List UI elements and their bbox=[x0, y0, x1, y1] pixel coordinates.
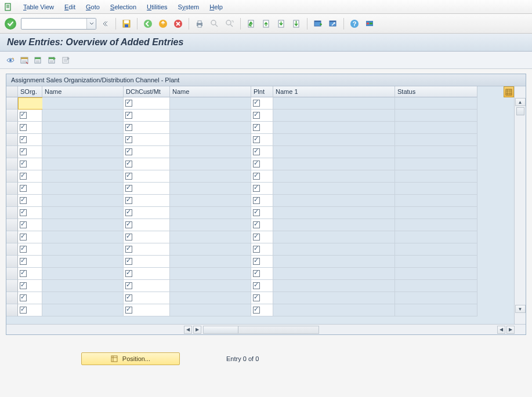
vertical-scrollbar[interactable]: ▲ ▼ bbox=[514, 86, 526, 324]
cell-plnt[interactable] bbox=[251, 158, 273, 170]
checkbox-icon[interactable] bbox=[125, 161, 132, 167]
cell-plnt[interactable] bbox=[251, 110, 273, 122]
row-selector[interactable] bbox=[6, 243, 18, 256]
config-button[interactable] bbox=[60, 54, 72, 66]
cell-sorg[interactable] bbox=[18, 97, 42, 110]
checkbox-icon[interactable] bbox=[253, 136, 260, 143]
menu-system[interactable]: System bbox=[173, 2, 204, 12]
hscroll-thumb[interactable] bbox=[204, 326, 238, 333]
cell-plnt[interactable] bbox=[251, 268, 273, 280]
deselect-all-button[interactable] bbox=[46, 54, 58, 66]
row-selector[interactable] bbox=[6, 268, 18, 280]
checkbox-icon[interactable] bbox=[125, 282, 132, 289]
select-block-button[interactable] bbox=[32, 54, 44, 66]
row-selector[interactable] bbox=[6, 304, 18, 316]
checkbox-icon[interactable] bbox=[125, 173, 132, 180]
checkbox-icon[interactable] bbox=[20, 173, 27, 180]
cell-plnt[interactable] bbox=[251, 243, 273, 256]
cell-dch[interactable] bbox=[124, 170, 170, 183]
checkbox-icon[interactable] bbox=[125, 221, 132, 228]
col-name2[interactable]: Name bbox=[170, 86, 251, 97]
row-selector[interactable] bbox=[6, 219, 18, 231]
checkbox-icon[interactable] bbox=[20, 197, 27, 204]
col-status[interactable]: Status bbox=[395, 86, 477, 97]
horizontal-scrollbar[interactable]: ◀ ▶ ◀ ▶ bbox=[6, 324, 526, 334]
row-selector[interactable] bbox=[6, 231, 18, 243]
cell-plnt[interactable] bbox=[251, 304, 273, 316]
checkbox-icon[interactable] bbox=[125, 258, 132, 265]
checkbox-icon[interactable] bbox=[125, 307, 132, 314]
row-selector[interactable] bbox=[6, 292, 18, 304]
table-settings-button[interactable] bbox=[504, 86, 514, 97]
cell-sorg[interactable] bbox=[18, 243, 42, 256]
row-selector[interactable] bbox=[6, 170, 18, 183]
cell-dch[interactable] bbox=[124, 158, 170, 170]
find-next-button[interactable] bbox=[223, 17, 236, 30]
menu-edit[interactable]: Edit bbox=[60, 2, 80, 12]
checkbox-icon[interactable] bbox=[253, 100, 260, 107]
col-dch[interactable]: DChCust/Mt bbox=[124, 86, 170, 97]
cell-plnt[interactable] bbox=[251, 170, 273, 183]
row-selector[interactable] bbox=[6, 110, 18, 122]
checkbox-icon[interactable] bbox=[20, 234, 27, 241]
row-selector[interactable] bbox=[6, 158, 18, 170]
cell-plnt[interactable] bbox=[251, 97, 273, 110]
cell-plnt[interactable] bbox=[251, 231, 273, 243]
checkbox-icon[interactable] bbox=[253, 246, 260, 253]
checkbox-icon[interactable] bbox=[125, 209, 132, 216]
checkbox-icon[interactable] bbox=[253, 258, 260, 265]
row-selector[interactable] bbox=[6, 280, 18, 292]
cell-sorg[interactable] bbox=[18, 256, 42, 268]
cell-sorg[interactable] bbox=[18, 134, 42, 146]
checkbox-icon[interactable] bbox=[20, 270, 27, 277]
checkbox-icon[interactable] bbox=[20, 185, 27, 192]
checkbox-icon[interactable] bbox=[20, 221, 27, 228]
checkbox-icon[interactable] bbox=[125, 112, 132, 119]
next-page-button[interactable] bbox=[275, 17, 288, 30]
cell-sorg[interactable] bbox=[18, 231, 42, 243]
checkbox-icon[interactable] bbox=[253, 124, 260, 131]
checkbox-icon[interactable] bbox=[253, 282, 260, 289]
cell-sorg[interactable] bbox=[18, 158, 42, 170]
print-button[interactable] bbox=[193, 17, 206, 30]
collapse-button[interactable] bbox=[99, 17, 111, 30]
checkbox-icon[interactable] bbox=[253, 148, 260, 155]
first-page-button[interactable] bbox=[245, 17, 258, 30]
scroll-left2-icon[interactable]: ◀ bbox=[497, 326, 505, 334]
checkbox-icon[interactable] bbox=[20, 246, 27, 253]
cell-dch[interactable] bbox=[124, 268, 170, 280]
cell-plnt[interactable] bbox=[251, 280, 273, 292]
back-button[interactable] bbox=[142, 17, 154, 30]
cell-sorg[interactable] bbox=[18, 304, 42, 316]
scroll-up-icon[interactable]: ▲ bbox=[515, 98, 526, 106]
cell-dch[interactable] bbox=[124, 207, 170, 219]
cell-dch[interactable] bbox=[124, 195, 170, 207]
checkbox-icon[interactable] bbox=[20, 258, 27, 265]
cell-sorg[interactable] bbox=[18, 292, 42, 304]
hscroll-track[interactable] bbox=[203, 326, 319, 334]
checkbox-icon[interactable] bbox=[20, 307, 27, 314]
position-button[interactable]: Position... bbox=[81, 352, 180, 365]
scroll-down-icon[interactable]: ▼ bbox=[515, 305, 526, 313]
cell-dch[interactable] bbox=[124, 304, 170, 316]
checkbox-icon[interactable] bbox=[253, 294, 260, 301]
checkbox-icon[interactable] bbox=[253, 270, 260, 277]
toggle-display-button[interactable] bbox=[5, 54, 16, 66]
cell-sorg[interactable] bbox=[18, 146, 42, 158]
cell-dch[interactable] bbox=[124, 122, 170, 134]
cell-plnt[interactable] bbox=[251, 146, 273, 158]
cell-dch[interactable] bbox=[124, 97, 170, 110]
command-field[interactable] bbox=[21, 18, 96, 30]
checkbox-icon[interactable] bbox=[253, 234, 260, 241]
checkbox-icon[interactable] bbox=[253, 307, 260, 314]
checkbox-icon[interactable] bbox=[125, 294, 132, 301]
dropdown-arrow-icon[interactable] bbox=[86, 19, 96, 29]
checkbox-icon[interactable] bbox=[125, 148, 132, 155]
layout-button[interactable] bbox=[363, 17, 376, 30]
cell-sorg[interactable] bbox=[18, 219, 42, 231]
checkbox-icon[interactable] bbox=[253, 197, 260, 204]
scroll-right2-icon[interactable]: ▶ bbox=[506, 326, 515, 334]
cell-sorg[interactable] bbox=[18, 280, 42, 292]
col-sorg[interactable]: SOrg. bbox=[18, 86, 42, 97]
cell-sorg[interactable] bbox=[18, 268, 42, 280]
